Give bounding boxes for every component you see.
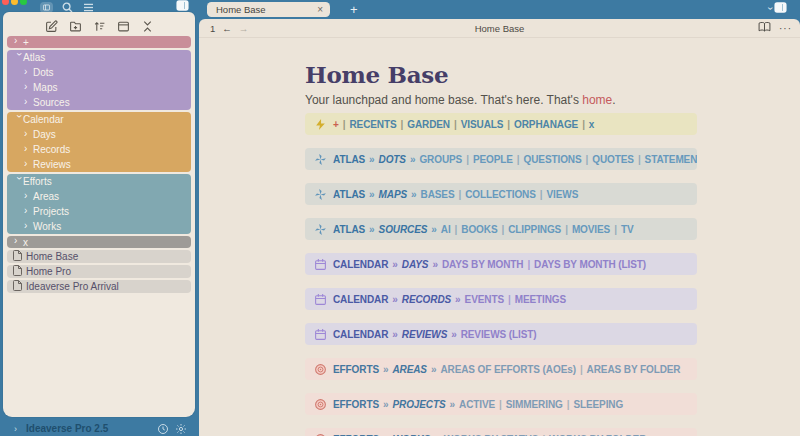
banner-link[interactable]: CALENDAR	[333, 294, 388, 305]
chevron-right-icon[interactable]: ›	[24, 82, 33, 92]
banner-link[interactable]: +	[333, 119, 339, 130]
chevron-right-icon[interactable]: ›	[24, 159, 33, 169]
chevron-right-icon[interactable]: ›	[24, 97, 33, 107]
stacked-panes-icon[interactable]	[82, 2, 95, 13]
banner-link[interactable]: PROJECTS	[392, 399, 445, 410]
file-item-ideaverse-pro-arrival[interactable]: Ideaverse Pro Arrival	[7, 280, 191, 293]
folder-header-atlas[interactable]: ›Atlas	[7, 50, 191, 65]
banner-link[interactable]: EFFORTS	[333, 364, 379, 375]
reading-view-icon[interactable]	[758, 22, 771, 35]
chevron-right-icon[interactable]: ›	[14, 36, 23, 46]
banner-link[interactable]: AREAS	[392, 364, 427, 375]
banner-link[interactable]: RECORDS	[402, 294, 451, 305]
folder-item-reviews[interactable]: ›Reviews	[7, 157, 191, 172]
chevron-down-icon[interactable]: ›	[14, 52, 24, 61]
tab-home-base[interactable]: Home Base ×	[207, 2, 330, 17]
folder-header-efforts[interactable]: ›Efforts	[7, 174, 191, 189]
banner-link[interactable]: MOVIES	[572, 224, 610, 235]
banner-link[interactable]: RECENTS	[349, 119, 396, 130]
folder-item-sources[interactable]: ›Sources	[7, 95, 191, 110]
banner-link[interactable]: ATLAS	[333, 154, 365, 165]
banner-link[interactable]: PEOPLE	[473, 154, 513, 165]
chevron-down-icon[interactable]: ›	[14, 114, 24, 123]
banner-link[interactable]: GARDEN	[407, 119, 450, 130]
folder-item-dots[interactable]: ›Dots	[7, 65, 191, 80]
folder-item-records[interactable]: ›Records	[7, 142, 191, 157]
chevron-right-icon[interactable]: ›	[24, 144, 33, 154]
banner-link[interactable]: SOURCES	[379, 224, 428, 235]
settings-icon[interactable]	[175, 423, 187, 435]
banner-link[interactable]: VISUALS	[461, 119, 504, 130]
vault-name[interactable]: Ideaverse Pro 2.5	[26, 423, 108, 434]
new-tab-button[interactable]: +	[345, 0, 363, 19]
banner-link[interactable]: TV	[621, 224, 634, 235]
chevron-down-icon[interactable]: ›	[14, 176, 24, 185]
banner-link[interactable]: EVENTS	[465, 294, 504, 305]
traffic-light-zoom[interactable]	[20, 0, 27, 5]
banner-link[interactable]: STATEMENTS	[645, 154, 697, 165]
banner-link[interactable]: REVIEWS (LIST)	[461, 329, 537, 340]
folder-item-maps[interactable]: ›Maps	[7, 80, 191, 95]
banner-link[interactable]: AREAS BY FOLDER	[587, 364, 681, 375]
chevron-right-icon[interactable]: ›	[24, 67, 33, 77]
banner-link[interactable]: AI	[441, 224, 451, 235]
banner-link[interactable]: ORPHANAGE	[514, 119, 578, 130]
banner-link[interactable]: SLEEPING	[573, 399, 623, 410]
right-sidebar-toggle-icon[interactable]	[774, 2, 787, 13]
banner-link[interactable]: x	[589, 119, 594, 130]
banner-link[interactable]: QUESTIONS	[524, 154, 582, 165]
folder-item-works[interactable]: ›Works	[7, 219, 191, 234]
banner-link[interactable]: CALENDAR	[333, 259, 388, 270]
chevron-right-icon[interactable]: ›	[24, 221, 33, 231]
search-icon[interactable]	[61, 2, 74, 13]
sort-icon[interactable]	[92, 19, 107, 34]
chevron-right-icon[interactable]: ›	[24, 129, 33, 139]
file-item-home-base[interactable]: Home Base	[7, 250, 191, 263]
banner-link[interactable]: CLIPPINGS	[508, 224, 561, 235]
folder-item-projects[interactable]: ›Projects	[7, 204, 191, 219]
home-link[interactable]: home	[582, 93, 612, 107]
folder-header-+[interactable]: ›+	[7, 36, 191, 48]
banner-link[interactable]: ATLAS	[333, 189, 365, 200]
banner-link[interactable]: SIMMERING	[506, 399, 563, 410]
banner-link[interactable]: ATLAS	[333, 224, 365, 235]
traffic-light-minimize[interactable]	[11, 0, 18, 5]
right-sidebar-toggle-icon[interactable]	[176, 0, 189, 11]
left-sidebar-toggle-icon[interactable]	[40, 2, 53, 13]
chevron-right-icon[interactable]: ›	[24, 206, 33, 216]
vault-switcher[interactable]: › Ideaverse Pro 2.5	[3, 421, 195, 436]
chevron-right-icon[interactable]: ›	[14, 236, 23, 246]
traffic-light-close[interactable]	[2, 0, 9, 5]
collapse-all-icon[interactable]	[140, 19, 155, 34]
banner-link[interactable]: DOTS	[379, 154, 406, 165]
banner-link[interactable]: CALENDAR	[333, 329, 388, 340]
back-arrow-icon[interactable]: ←	[222, 23, 232, 34]
new-note-icon[interactable]	[44, 19, 59, 34]
banner-link[interactable]: DAYS BY MONTH (LIST)	[534, 259, 646, 270]
folder-item-areas[interactable]: ›Areas	[7, 189, 191, 204]
folder-item-days[interactable]: ›Days	[7, 127, 191, 142]
chevron-right-icon[interactable]: ›	[24, 191, 33, 201]
file-item-home-pro[interactable]: Home Pro	[7, 265, 191, 278]
card-layout-icon[interactable]	[116, 19, 131, 34]
new-folder-icon[interactable]	[68, 19, 83, 34]
banner-link[interactable]: MAPS	[379, 189, 408, 200]
banner-link[interactable]: QUOTES	[592, 154, 634, 165]
folder-header-x[interactable]: ›x	[7, 236, 191, 248]
banner-link[interactable]: DAYS BY MONTH	[442, 259, 524, 270]
banner-link[interactable]: ACTIVE	[459, 399, 495, 410]
banner-link[interactable]: AREAS OF EFFORTS (AOEs)	[440, 364, 575, 375]
banner-link[interactable]: VIEWS	[546, 189, 578, 200]
sync-icon[interactable]	[157, 423, 169, 435]
tab-close-icon[interactable]: ×	[317, 4, 323, 15]
folder-header-calendar[interactable]: ›Calendar	[7, 112, 191, 127]
more-options-icon[interactable]: ···	[779, 23, 792, 34]
banner-link[interactable]: BASES	[421, 189, 455, 200]
banner-link[interactable]: BOOKS	[461, 224, 497, 235]
forward-arrow-icon[interactable]: →	[239, 23, 249, 34]
banner-link[interactable]: EFFORTS	[333, 399, 379, 410]
banner-link[interactable]: GROUPS	[419, 154, 462, 165]
banner-link[interactable]: DAYS	[402, 259, 429, 270]
banner-link[interactable]: REVIEWS	[402, 329, 447, 340]
banner-link[interactable]: MEETINGS	[515, 294, 566, 305]
